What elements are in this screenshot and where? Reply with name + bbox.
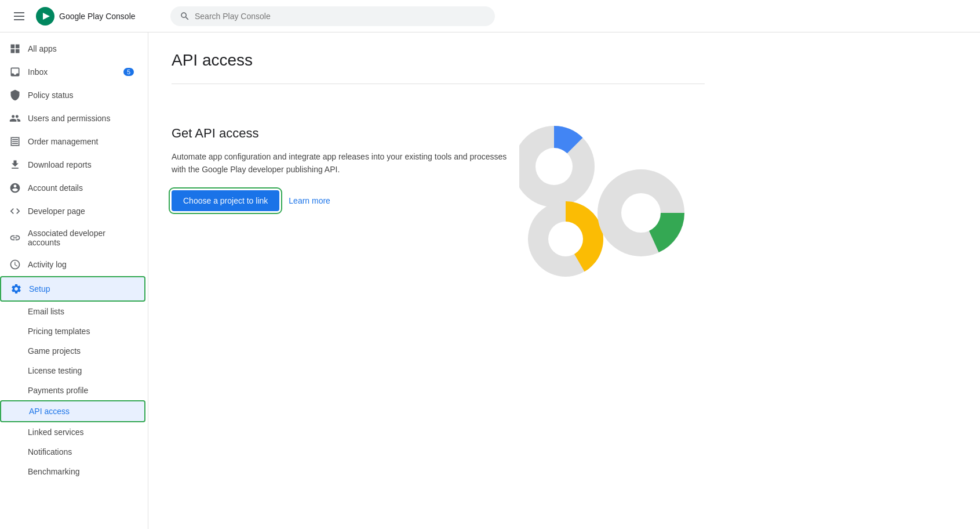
settings-icon [10,283,22,295]
content-divider [172,84,705,84]
grid-icon [9,43,21,55]
svg-point-5 [548,222,583,256]
page-title: API access [172,51,705,70]
menu-button[interactable] [9,8,29,25]
app-logo: Google Play Console [36,7,163,26]
people-icon [9,113,21,124]
sidebar-sub-item-license-testing[interactable]: License testing [0,361,148,381]
sidebar-sub-item-benchmarking[interactable]: Benchmarking [0,462,148,481]
sidebar-item-inbox[interactable]: Inbox 5 [0,60,143,84]
inbox-icon [9,66,21,78]
api-access-left: Get API access Automate app configuratio… [172,126,519,211]
search-input[interactable] [195,12,486,21]
sidebar-sub-item-label: License testing [28,366,82,375]
sidebar-item-label: Order management [28,137,98,146]
search-bar[interactable] [170,6,495,26]
app-name: Google Play Console [59,12,136,21]
sidebar-item-account-details[interactable]: Account details [0,176,143,200]
sidebar-item-setup[interactable]: Setup [0,276,145,302]
sidebar-sub-item-label: Pricing templates [28,327,90,336]
sidebar-item-label: Activity log [28,260,67,269]
sidebar-sub-item-email-lists[interactable]: Email lists [0,302,148,321]
account-icon [9,182,21,194]
action-row: Choose a project to link Learn more [172,190,519,211]
sidebar-item-associated-developer[interactable]: Associated developer accounts [0,223,143,253]
main-content: API access Get API access Automate app c… [148,32,728,529]
sidebar-sub-item-label: Benchmarking [28,467,80,476]
layout: All apps Inbox 5 Policy status Users and… [0,32,728,529]
sidebar-item-label: Policy status [28,90,74,100]
sidebar-item-all-apps[interactable]: All apps [0,37,143,60]
sidebar-sub-item-api-access[interactable]: API access [0,400,145,422]
sidebar-item-label: Developer page [28,206,85,216]
topbar: Google Play Console [0,0,980,32]
sidebar-sub-item-payments-profile[interactable]: Payments profile [0,381,148,400]
sidebar-item-label: Account details [28,183,83,193]
sidebar-sub-item-label: Email lists [28,307,64,316]
developer-icon [9,205,21,217]
api-illustration [519,126,705,300]
download-icon [9,159,21,171]
sidebar-sub-item-notifications[interactable]: Notifications [0,442,148,462]
learn-more-link[interactable]: Learn more [289,196,330,205]
sidebar-sub-item-label: Notifications [28,447,72,456]
sidebar-item-label: All apps [28,44,57,53]
inbox-badge: 5 [123,68,134,76]
sidebar: All apps Inbox 5 Policy status Users and… [0,32,148,529]
search-icon [180,11,190,21]
sidebar-sub-item-pricing-templates[interactable]: Pricing templates [0,321,148,341]
choose-project-button[interactable]: Choose a project to link [172,190,279,211]
play-console-logo-icon [36,7,54,26]
sidebar-sub-item-label: API access [29,407,70,416]
sidebar-item-activity-log[interactable]: Activity log [0,253,143,276]
svg-point-7 [621,193,661,233]
sidebar-sub-item-linked-services[interactable]: Linked services [0,422,148,442]
svg-point-3 [535,148,573,185]
sidebar-item-order-management[interactable]: Order management [0,130,143,153]
receipt-icon [9,136,21,147]
sidebar-item-policy-status[interactable]: Policy status [0,84,143,107]
api-section-desc: Automate app configuration and integrate… [172,150,519,176]
illustration-svg [519,126,705,300]
link-icon [9,232,21,244]
sidebar-item-label: Users and permissions [28,114,110,123]
sidebar-item-label: Setup [29,284,50,294]
sidebar-sub-item-game-projects[interactable]: Game projects [0,341,148,361]
sidebar-item-download-reports[interactable]: Download reports [0,153,143,176]
sidebar-sub-item-label: Linked services [28,427,84,437]
api-section-title: Get API access [172,126,519,141]
shield-icon [9,89,21,101]
sidebar-item-label: Inbox [28,67,48,77]
sidebar-item-developer-page[interactable]: Developer page [0,200,143,223]
activity-icon [9,259,21,270]
sidebar-item-users-permissions[interactable]: Users and permissions [0,107,143,130]
sidebar-sub-item-label: Payments profile [28,386,88,395]
sidebar-item-label: Associated developer accounts [28,229,134,247]
sidebar-item-label: Download reports [28,160,92,169]
api-access-section: Get API access Automate app configuratio… [172,103,705,300]
sidebar-sub-item-label: Game projects [28,346,81,356]
